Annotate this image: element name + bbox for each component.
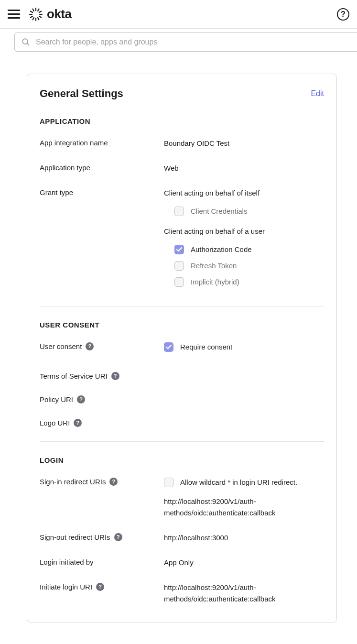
checkbox-checked-icon[interactable]	[164, 342, 173, 352]
grant-refresh-token-row: Refresh Token	[174, 260, 324, 272]
section-heading-consent: USER CONSENT	[40, 321, 324, 329]
user-consent-label: User consent ?	[40, 341, 160, 351]
application-type-value: Web	[164, 163, 324, 174]
require-consent-label: Require consent	[180, 341, 232, 353]
app-integration-name-value: Boundary OIDC Test	[164, 138, 324, 149]
help-tooltip-icon[interactable]: ?	[74, 419, 82, 427]
svg-line-2	[39, 11, 41, 12]
help-tooltip-icon[interactable]: ?	[114, 533, 122, 541]
policy-uri-label: Policy URI ?	[40, 394, 160, 404]
svg-line-11	[33, 9, 34, 11]
grant-client-credentials-row: Client Credentials	[174, 206, 324, 217]
help-tooltip-icon[interactable]: ?	[86, 342, 94, 350]
grant-type-label: Grant type	[40, 187, 160, 197]
top-bar: okta ?	[0, 0, 357, 29]
grant-client-credentials-label: Client Credentials	[191, 206, 247, 217]
help-tooltip-icon[interactable]: ?	[111, 372, 119, 380]
grant-implicit-row: Implicit (hybrid)	[174, 276, 324, 288]
divider	[40, 441, 324, 442]
checkbox-unchecked-icon[interactable]	[174, 207, 184, 216]
svg-line-5	[38, 17, 39, 19]
grant-authorization-code-label: Authorization Code	[191, 244, 252, 255]
svg-point-12	[22, 39, 28, 44]
section-heading-login: LOGIN	[40, 456, 324, 464]
signin-redirect-label: Sign-in redirect URIs ?	[40, 477, 160, 487]
search-icon	[22, 38, 30, 46]
require-consent-row: Require consent	[164, 341, 324, 353]
initiate-login-uri-value: http://localhost:9200/v1/auth-methods/oi…	[164, 582, 324, 605]
help-tooltip-icon[interactable]: ?	[77, 395, 85, 404]
svg-line-7	[33, 17, 34, 19]
checkbox-checked-icon[interactable]	[174, 245, 184, 254]
help-icon[interactable]: ?	[337, 8, 349, 21]
allow-wildcard-row: Allow wildcard * in login URI redirect.	[164, 477, 324, 488]
grant-user-heading: Client acting on behalf of a user	[164, 226, 324, 237]
checkbox-unchecked-icon[interactable]	[164, 478, 173, 487]
search-bar[interactable]	[14, 33, 357, 52]
app-integration-name-label: App integration name	[40, 138, 160, 148]
allow-wildcard-label: Allow wildcard * in login URI redirect.	[180, 477, 297, 488]
logo-uri-label: Logo URI ?	[40, 418, 160, 428]
signin-redirect-value: http://localhost:9200/v1/auth-methods/oi…	[164, 496, 324, 519]
initiate-login-uri-label: Initiate login URI ?	[40, 582, 160, 592]
grant-refresh-token-label: Refresh Token	[191, 260, 237, 272]
signout-redirect-label: Sign-out redirect URIs ?	[40, 532, 160, 542]
signout-redirect-value: http://localhost:3000	[164, 532, 324, 544]
grant-authorization-code-row: Authorization Code	[174, 244, 324, 255]
login-initiated-by-label: Login initiated by	[40, 557, 160, 567]
checkbox-unchecked-icon[interactable]	[174, 261, 184, 271]
menu-icon[interactable]	[8, 8, 21, 21]
edit-button[interactable]: Edit	[311, 89, 324, 98]
grant-implicit-label: Implicit (hybrid)	[191, 276, 239, 288]
login-initiated-by-value: App Only	[164, 557, 324, 568]
svg-line-1	[38, 9, 39, 11]
okta-burst-icon	[29, 7, 43, 22]
svg-line-10	[31, 11, 32, 12]
brand-name: okta	[47, 7, 71, 22]
svg-line-4	[39, 16, 41, 18]
tos-uri-label: Terms of Service URI ?	[40, 371, 160, 381]
grant-self-heading: Client acting on behalf of itself	[164, 187, 324, 199]
help-tooltip-icon[interactable]: ?	[109, 478, 118, 486]
brand-logo[interactable]: okta	[29, 7, 71, 22]
svg-line-13	[27, 44, 30, 46]
help-tooltip-icon[interactable]: ?	[96, 583, 104, 591]
application-type-label: Application type	[40, 163, 160, 173]
search-input[interactable]	[36, 38, 350, 46]
svg-line-8	[31, 16, 32, 18]
section-heading-application: APPLICATION	[40, 117, 324, 125]
divider	[40, 306, 324, 306]
checkbox-unchecked-icon[interactable]	[174, 277, 184, 287]
card-title: General Settings	[40, 87, 123, 100]
general-settings-card: General Settings Edit APPLICATION App in…	[27, 74, 337, 622]
